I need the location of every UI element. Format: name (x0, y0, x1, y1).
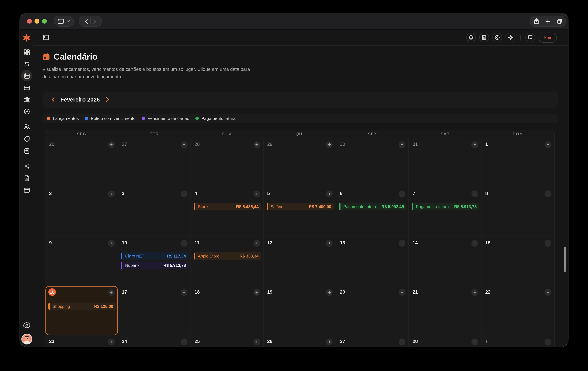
add-event-button[interactable]: + (471, 338, 478, 345)
calendar-day-cell[interactable]: 20+ (336, 286, 409, 335)
feedback-button[interactable] (525, 33, 535, 42)
add-event-button[interactable]: + (545, 190, 551, 197)
sidebar-item-browser[interactable] (23, 186, 30, 194)
event-chip[interactable]: Pagamento fatura ...R$ 5.913,78 (412, 203, 479, 210)
add-event-button[interactable]: + (181, 289, 187, 296)
add-event-button[interactable]: + (399, 240, 405, 247)
add-event-button[interactable]: + (253, 240, 260, 247)
add-event-button[interactable]: + (108, 289, 115, 296)
sidebar-item-performance[interactable] (23, 108, 30, 115)
calendar-day-cell[interactable]: 11+Apple StoreR$ 333,34 (191, 237, 263, 286)
add-event-button[interactable]: + (471, 190, 478, 197)
calendar-day-cell[interactable]: 30+ (336, 138, 409, 187)
event-chip[interactable]: NubankR$ 5.913,78 (121, 261, 189, 269)
avatar[interactable] (21, 334, 32, 344)
calendar-day-cell[interactable]: 8+ (482, 187, 554, 237)
add-event-button[interactable]: + (399, 141, 405, 148)
add-event-button[interactable]: + (181, 190, 187, 197)
calendar-day-cell[interactable]: 26+ (45, 138, 118, 187)
calendar-day-cell[interactable]: 28+ (409, 335, 482, 347)
calendar-day-cell[interactable]: 28+ (191, 138, 263, 187)
calendar-day-cell[interactable]: 3+ (118, 187, 191, 237)
next-month-button[interactable] (105, 97, 110, 102)
calendar-day-cell[interactable]: 21+ (409, 286, 482, 335)
calendar-day-cell[interactable]: 22+ (482, 286, 554, 335)
calendar-day-cell[interactable]: 24+ (118, 335, 191, 347)
minimize-window-button[interactable] (34, 19, 39, 24)
calendar-day-cell[interactable]: 19+ (263, 286, 336, 335)
add-event-button[interactable]: + (181, 338, 187, 345)
scrollbar-thumb[interactable] (564, 247, 566, 272)
logout-button[interactable]: Sair (538, 32, 557, 43)
add-event-button[interactable]: + (326, 289, 333, 296)
add-event-button[interactable]: + (399, 338, 405, 345)
sidebar-item-reports[interactable] (23, 175, 30, 182)
calendar-day-cell[interactable]: 9+ (45, 237, 118, 286)
browser-sidebar-button[interactable] (54, 16, 74, 27)
calendar-day-cell[interactable]: 16+ShoppingR$ 125,00 (45, 286, 118, 335)
calculator-button[interactable] (479, 33, 489, 42)
calendar-day-cell[interactable]: 25+ (191, 335, 263, 347)
add-event-button[interactable]: + (545, 141, 551, 148)
add-event-button[interactable]: + (108, 338, 115, 345)
calendar-day-cell[interactable]: 15+ (482, 237, 554, 286)
add-event-button[interactable]: + (326, 190, 333, 197)
calendar-day-cell[interactable]: 12+ (263, 237, 336, 286)
add-event-button[interactable]: + (181, 141, 187, 148)
event-chip[interactable]: StoreR$ 5.435,44 (194, 203, 261, 210)
add-event-button[interactable]: + (181, 240, 187, 247)
add-event-button[interactable]: + (545, 289, 551, 296)
back-icon[interactable] (84, 19, 88, 24)
add-event-button[interactable]: + (399, 190, 405, 197)
event-chip[interactable]: ShoppingR$ 125,00 (48, 303, 116, 310)
share-icon[interactable] (534, 18, 539, 24)
add-event-button[interactable]: + (545, 240, 551, 247)
sidebar-item-transfers[interactable] (23, 60, 30, 68)
sidebar-item-notes[interactable] (23, 147, 30, 155)
calendar-day-cell[interactable]: 29+ (263, 138, 336, 187)
forward-icon[interactable] (93, 19, 96, 24)
sidebar-item-bank[interactable] (23, 96, 30, 103)
calendar-day-cell[interactable]: 27+ (336, 335, 409, 347)
calendar-day-cell[interactable]: 1+ (482, 138, 554, 187)
event-chip[interactable]: Pagamento fatura...R$ 5.992,45 (339, 203, 407, 210)
notifications-button[interactable] (466, 33, 476, 42)
add-event-button[interactable]: + (471, 141, 478, 148)
event-chip[interactable]: Claro NETR$ 117,34 (121, 252, 189, 260)
zoom-window-button[interactable] (42, 19, 47, 24)
add-event-button[interactable]: + (326, 338, 333, 345)
previous-month-button[interactable] (50, 97, 55, 102)
calendar-day-cell[interactable]: 5+SalárioR$ 7.400,00 (263, 187, 336, 237)
add-event-button[interactable]: + (108, 141, 115, 148)
add-event-button[interactable]: + (108, 240, 115, 247)
sidebar-item-ai[interactable] (23, 163, 30, 170)
add-event-button[interactable]: + (326, 141, 333, 148)
calendar-day-cell[interactable]: 17+ (118, 286, 191, 335)
calendar-day-cell[interactable]: 27+ (118, 138, 191, 187)
calendar-day-cell[interactable]: 2+ (45, 187, 118, 237)
add-event-button[interactable]: + (399, 289, 405, 296)
calendar-day-cell[interactable]: 4+StoreR$ 5.435,44 (191, 187, 263, 237)
calendar-day-cell[interactable]: 26+ (263, 335, 336, 347)
calendar-day-cell[interactable]: 7+Pagamento fatura ...R$ 5.913,78 (409, 187, 482, 237)
sidebar-item-users[interactable] (23, 123, 30, 131)
event-chip[interactable]: Apple StoreR$ 333,34 (194, 252, 261, 260)
add-event-button[interactable]: + (253, 141, 260, 148)
calendar-day-cell[interactable]: 6+Pagamento fatura...R$ 5.992,45 (336, 187, 409, 237)
calendar-day-cell[interactable]: 10+Claro NETR$ 117,34NubankR$ 5.913,78 (118, 237, 191, 286)
calendar-day-cell[interactable]: 1+ (482, 335, 554, 347)
add-event-button[interactable]: + (253, 289, 260, 296)
sidebar-item-cards[interactable] (23, 84, 30, 92)
close-window-button[interactable] (27, 19, 32, 24)
add-event-button[interactable]: + (326, 240, 333, 247)
calendar-day-cell[interactable]: 31+ (409, 138, 482, 187)
panel-toggle-icon[interactable] (43, 34, 49, 41)
add-event-button[interactable]: + (471, 240, 478, 247)
tabs-icon[interactable] (556, 18, 562, 24)
sidebar-item-calendar[interactable] (23, 72, 30, 80)
add-event-button[interactable]: + (545, 338, 551, 345)
calendar-day-cell[interactable]: 14+ (409, 237, 482, 286)
add-event-button[interactable]: + (253, 190, 260, 197)
sidebar-item-settings[interactable] (23, 321, 30, 329)
calendar-day-cell[interactable]: 13+ (336, 237, 409, 286)
